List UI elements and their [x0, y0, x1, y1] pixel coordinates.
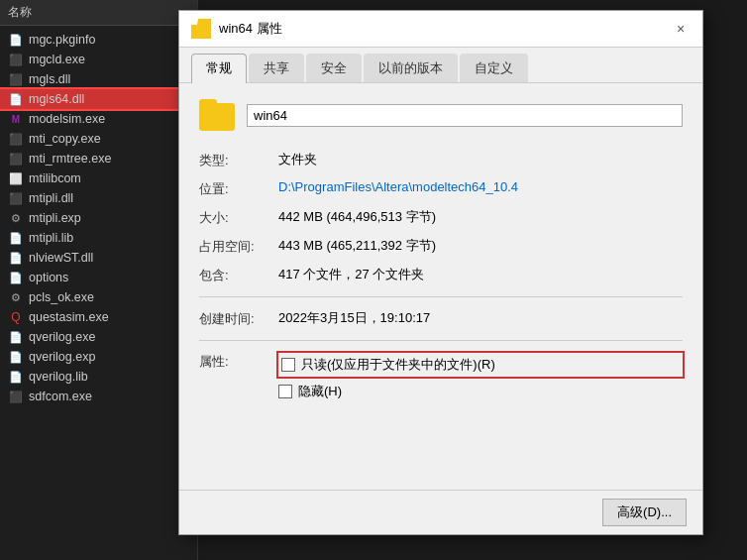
file-icon: Q — [8, 309, 24, 325]
tab-bar: 常规 共享 安全 以前的版本 自定义 — [179, 48, 702, 83]
list-item[interactable]: 📄 mtipli.lib — [0, 228, 197, 248]
file-icon: 📄 — [8, 230, 24, 246]
list-item-selected[interactable]: 📄 mgls64.dll — [0, 89, 197, 109]
file-explorer: 名称 📄 mgc.pkginfo ⬛ mgcld.exe ⬛ mgls.dll … — [0, 0, 198, 560]
divider — [199, 296, 683, 297]
properties-dialog: win64 属性 × 常规 共享 安全 以前的版本 自定义 类型: 文件夹 位置… — [178, 10, 703, 535]
file-name: mgls.dll — [29, 72, 70, 86]
checkbox-hidden-label: 隐藏(H) — [298, 383, 342, 400]
list-item[interactable]: 📄 nlviewST.dll — [0, 248, 197, 268]
file-list: 📄 mgc.pkginfo ⬛ mgcld.exe ⬛ mgls.dll 📄 m… — [0, 26, 197, 410]
file-icon: ⬛ — [8, 71, 24, 87]
file-name: mtipli.lib — [29, 231, 73, 245]
file-icon: 📄 — [8, 329, 24, 345]
file-name: mtipli.dll — [29, 191, 73, 205]
list-item[interactable]: ⚙ pcls_ok.exe — [0, 287, 197, 307]
dialog-bottom: 高级(D)... — [179, 490, 702, 534]
prop-label-contains: 包含: — [199, 266, 278, 284]
gear-icon: ⚙ — [8, 289, 24, 305]
file-name: mtipli.exp — [29, 211, 81, 225]
prop-row-location: 位置: D:\ProgramFiles\Altera\modeltech64_1… — [199, 179, 683, 198]
file-icon: 📄 — [8, 91, 24, 107]
file-name: sdfcom.exe — [29, 390, 92, 403]
dialog-content: 类型: 文件夹 位置: D:\ProgramFiles\Altera\model… — [179, 83, 702, 490]
file-name: pcls_ok.exe — [29, 290, 94, 304]
list-item[interactable]: 📄 options — [0, 268, 197, 287]
file-icon: 📄 — [8, 349, 24, 365]
file-name: mgcld.exe — [29, 53, 85, 66]
file-icon: 📄 — [8, 369, 24, 385]
checkbox-hidden-row: 隐藏(H) — [278, 383, 683, 400]
file-name: modelsim.exe — [29, 112, 105, 126]
folder-name-row — [199, 99, 683, 131]
file-list-header: 名称 — [0, 0, 197, 26]
file-name: mti_rmtree.exe — [29, 152, 111, 166]
file-name: mgls64.dll — [29, 92, 84, 106]
prop-row-disk-size: 占用空间: 443 MB (465,211,392 字节) — [199, 237, 683, 256]
list-item[interactable]: ⬛ mti_copy.exe — [0, 129, 197, 149]
file-icon: 📄 — [8, 32, 24, 48]
checkboxes: 只读(仅应用于文件夹中的文件)(R) 隐藏(H) — [278, 353, 683, 400]
prop-row-size: 大小: 442 MB (464,496,513 字节) — [199, 208, 683, 227]
checkbox-hidden[interactable] — [278, 385, 292, 398]
tab-sharing[interactable]: 共享 — [249, 54, 304, 82]
tab-previous-versions[interactable]: 以前的版本 — [364, 54, 458, 82]
attributes-row: 属性: 只读(仅应用于文件夹中的文件)(R) 隐藏(H) — [199, 353, 683, 400]
tab-security[interactable]: 安全 — [306, 54, 362, 82]
prop-row-type: 类型: 文件夹 — [199, 151, 683, 169]
list-item[interactable]: 📄 qverilog.exe — [0, 327, 197, 347]
tab-customize[interactable]: 自定义 — [460, 54, 528, 82]
list-item[interactable]: ⬛ sdfcom.exe — [0, 387, 197, 406]
file-icon: ⬛ — [8, 52, 24, 67]
prop-value-type: 文件夹 — [278, 151, 683, 168]
file-name: questasim.exe — [29, 310, 109, 324]
prop-value-size: 442 MB (464,496,513 字节) — [278, 208, 683, 226]
list-item[interactable]: M modelsim.exe — [0, 109, 197, 129]
file-icon: ⬛ — [8, 151, 24, 167]
list-item[interactable]: ⬛ mti_rmtree.exe — [0, 149, 197, 168]
list-item[interactable]: Q questasim.exe — [0, 307, 197, 327]
prop-row-created: 创建时间: 2022年3月15日，19:10:17 — [199, 309, 683, 328]
list-item[interactable]: 📄 mgc.pkginfo — [0, 30, 197, 50]
prop-value-contains: 417 个文件，27 个文件夹 — [278, 266, 683, 283]
file-name: nlviewST.dll — [29, 251, 93, 265]
list-item[interactable]: 📄 qverilog.exp — [0, 347, 197, 367]
folder-large-icon — [199, 99, 235, 131]
prop-label-location: 位置: — [199, 179, 278, 198]
file-name: mti_copy.exe — [29, 132, 101, 146]
file-icon: 📄 — [8, 270, 24, 285]
list-item[interactable]: ⬛ mgls.dll — [0, 69, 197, 89]
file-icon: ⬛ — [8, 389, 24, 404]
file-icon: M — [8, 111, 24, 127]
dialog-title: win64 属性 — [219, 20, 282, 38]
checkbox-readonly[interactable] — [281, 358, 295, 372]
prop-value-location[interactable]: D:\ProgramFiles\Altera\modeltech64_10.4 — [278, 179, 683, 194]
list-item[interactable]: 📄 qverilog.lib — [0, 367, 197, 387]
list-item[interactable]: ⬛ mgcld.exe — [0, 50, 197, 69]
prop-label-type: 类型: — [199, 151, 278, 169]
dialog-titlebar: win64 属性 × — [179, 11, 702, 48]
file-icon: 📄 — [8, 250, 24, 266]
advanced-button[interactable]: 高级(D)... — [602, 499, 687, 526]
checkbox-readonly-label: 只读(仅应用于文件夹中的文件)(R) — [301, 356, 495, 374]
close-button[interactable]: × — [671, 19, 691, 39]
file-icon: ⬛ — [8, 131, 24, 147]
list-item[interactable]: ⬜ mtilibcom — [0, 168, 197, 188]
folder-name-input[interactable] — [247, 104, 683, 127]
prop-label-size: 大小: — [199, 208, 278, 227]
file-name: qverilog.lib — [29, 370, 88, 384]
file-name: qverilog.exp — [29, 350, 95, 364]
prop-value-created: 2022年3月15日，19:10:17 — [278, 309, 683, 327]
checkbox-readonly-row: 只读(仅应用于文件夹中的文件)(R) — [278, 353, 683, 377]
prop-value-disk-size: 443 MB (465,211,392 字节) — [278, 237, 683, 255]
file-name: qverilog.exe — [29, 330, 95, 344]
list-item[interactable]: ⬛ mtipli.dll — [0, 188, 197, 208]
list-item[interactable]: ⚙ mtipli.exp — [0, 208, 197, 228]
title-left: win64 属性 — [191, 19, 282, 39]
file-name: mgc.pkginfo — [29, 33, 95, 47]
gear-icon: ⚙ — [8, 210, 24, 226]
file-icon: ⬛ — [8, 190, 24, 206]
divider2 — [199, 340, 683, 341]
tab-general[interactable]: 常规 — [191, 54, 247, 83]
prop-label-disk-size: 占用空间: — [199, 237, 278, 256]
